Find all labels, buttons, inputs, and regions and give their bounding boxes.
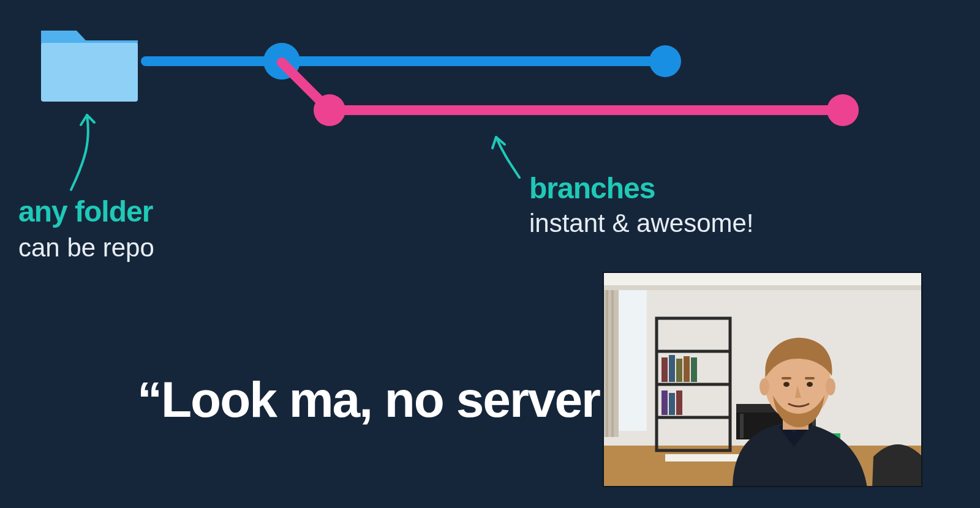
svg-rect-16 [684, 356, 690, 382]
svg-rect-33 [782, 377, 791, 379]
svg-point-31 [783, 382, 790, 387]
svg-rect-13 [662, 357, 668, 382]
callout-folder-heading: any folder [18, 195, 154, 228]
speaker-video-illustration [604, 273, 922, 487]
svg-rect-20 [676, 390, 682, 415]
callout-branches-sub: instant & awesome! [529, 209, 754, 238]
svg-rect-15 [676, 359, 682, 382]
svg-rect-17 [691, 357, 697, 382]
slide-tagline: “Look ma, no server [137, 371, 600, 428]
svg-rect-34 [805, 377, 815, 379]
callout-arrow-branches [492, 137, 519, 177]
callout-arrow-folder [71, 115, 94, 190]
svg-rect-14 [669, 355, 675, 382]
callout-branches: branches instant & awesome! [529, 171, 754, 238]
callout-folder-sub: can be repo [18, 233, 154, 263]
svg-point-29 [760, 378, 769, 395]
callout-branches-heading: branches [529, 171, 754, 205]
folder-icon [41, 31, 138, 102]
svg-rect-2 [604, 285, 922, 290]
svg-rect-19 [669, 393, 675, 415]
callout-folder: any folder can be repo [18, 195, 154, 263]
presentation-slide: any folder can be repo branches instant … [0, 0, 980, 508]
svg-point-32 [807, 382, 813, 387]
speaker-video-inset [603, 272, 922, 487]
svg-rect-8 [611, 290, 614, 437]
svg-rect-18 [662, 390, 668, 415]
svg-rect-0 [41, 43, 138, 102]
branch-node-main-tip [649, 45, 681, 77]
svg-point-30 [826, 378, 835, 395]
branch-node-feature-start [314, 94, 345, 126]
branch-node-feature-tip [827, 94, 859, 126]
svg-rect-7 [606, 290, 608, 437]
svg-rect-25 [740, 414, 744, 438]
